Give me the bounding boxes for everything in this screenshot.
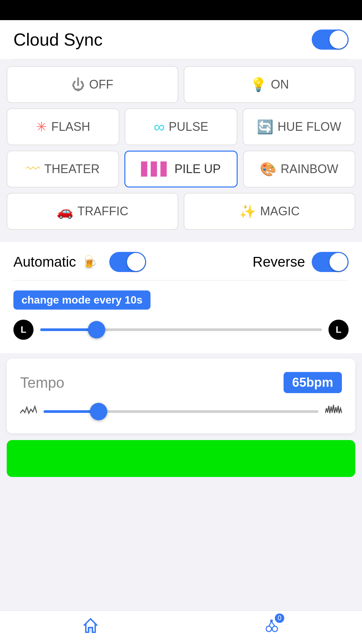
svg-point-3 [270,620,273,622]
slider-tooltip: change mode every 10s [13,290,150,310]
flash-icon: ✳ [36,119,47,135]
mode-btn-pileup[interactable]: ▋▋▋ PILE UP [124,151,237,187]
tempo-slider-track[interactable] [44,410,318,413]
tempo-value: 65bpm [284,372,342,393]
mode-btn-rainbow[interactable]: 🎨 RAINBOW [243,151,355,187]
activity-icon: 0 [262,616,281,639]
mode-btn-on[interactable]: 💡 ON [184,66,355,103]
mode-btn-flash[interactable]: ✳ FLASH [7,108,119,145]
slider-thumb[interactable] [88,321,105,338]
color-preview-bar[interactable] [7,440,355,477]
mode-row-4: 🚗 TRAFFIC ✨ MAGIC [7,193,355,230]
rainbow-icon: 🎨 [260,161,277,177]
mode-interval-slider-track[interactable] [40,328,322,331]
mode-btn-hueflow[interactable]: 🔄 HUE FLOW [243,108,355,145]
mode-buttons-section: ⏻ OFF 💡 ON ✳ FLASH ∞ PULSE 🔄 HUE FLOW 〰 … [0,59,362,242]
mode-btn-theater[interactable]: 〰 THEATER [7,151,119,187]
wave-slow-icon [20,403,37,420]
mode-btn-traffic[interactable]: 🚗 TRAFFIC [7,193,178,230]
home-icon [81,616,100,639]
pulse-icon: ∞ [154,118,165,136]
tempo-header: Tempo 65bpm [20,372,342,393]
mode-btn-off[interactable]: ⏻ OFF [7,66,178,103]
svg-rect-0 [88,628,93,632]
mode-row-2: ✳ FLASH ∞ PULSE 🔄 HUE FLOW [7,108,355,145]
automatic-emoji: 🍺 [81,255,97,269]
tempo-slider-row [20,403,342,420]
activity-badge: 0 [275,613,284,623]
wave-fast-icon [325,403,342,420]
mode-row-3: 〰 THEATER ▋▋▋ PILE UP 🎨 RAINBOW [7,151,355,187]
magic-icon: ✨ [239,204,256,219]
theater-icon: 〰 [26,161,40,177]
hueflow-icon: 🔄 [257,119,274,135]
cloud-sync-toggle[interactable] [312,30,349,50]
automatic-label: Automatic [13,254,76,270]
tempo-card: Tempo 65bpm [7,359,355,433]
mode-btn-magic[interactable]: ✨ MAGIC [184,193,355,230]
controls-divider [13,280,349,280]
slider-max-icon: L [328,320,349,340]
tempo-slider-thumb[interactable] [90,403,107,420]
power-icon: ⏻ [72,77,85,92]
reverse-toggle[interactable] [312,252,349,272]
mode-btn-pulse[interactable]: ∞ PULSE [125,108,237,145]
header: Cloud Sync [0,20,362,59]
bottom-nav: 0 [0,610,362,644]
mode-row-1: ⏻ OFF 💡 ON [7,66,355,103]
traffic-icon: 🚗 [57,204,73,219]
svg-point-2 [272,626,278,632]
svg-point-1 [266,626,272,632]
automatic-reverse-section: Automatic 🍺 Reverse change mode every 10… [0,242,362,353]
automatic-toggle[interactable] [109,252,146,272]
bulb-icon: 💡 [250,77,267,93]
slider-row: L L [13,320,349,340]
nav-home[interactable] [81,616,100,639]
slider-min-icon: L [13,320,34,340]
reverse-label: Reverse [253,254,305,270]
pileup-icon: ▋▋▋ [141,162,170,176]
tempo-label: Tempo [20,374,64,391]
page-title: Cloud Sync [13,30,103,50]
nav-activity[interactable]: 0 [262,616,281,639]
mode-interval-slider-container: change mode every 10s L L [13,287,349,343]
status-bar [0,0,362,20]
